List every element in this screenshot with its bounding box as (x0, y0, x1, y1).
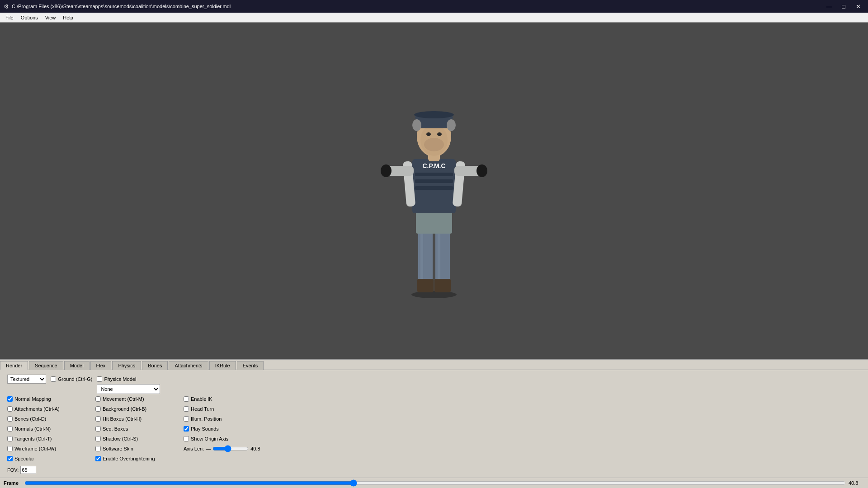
svg-text:C.P.M.C: C.P.M.C (422, 162, 445, 169)
overbrightening-label: Enable Overbrightening (103, 456, 155, 461)
originaxis-label: Show Origin Axis (191, 436, 228, 441)
tab-events[interactable]: Events (237, 361, 264, 370)
model-svg: C.P.M.C (344, 73, 524, 308)
render-mode-dropdown[interactable]: Textured Wireframe Flat Shaded (7, 375, 46, 384)
fov-label: FOV: (7, 467, 19, 473)
normals-label: Normals (Ctrl-N) (14, 426, 51, 432)
tab-attachments[interactable]: Attachments (169, 361, 208, 370)
svg-point-17 (381, 164, 392, 177)
bones-checkbox[interactable] (7, 416, 13, 422)
playsounds-row: Play Sounds (184, 424, 283, 433)
section-col-3: Enable IK Head Turn Illum. Position Play… (184, 394, 283, 474)
originaxis-row: Show Origin Axis (184, 434, 283, 443)
attachments-checkbox[interactable] (7, 406, 13, 412)
menu-help[interactable]: Help (59, 14, 77, 21)
attachments-label: Attachments (Ctrl-A) (14, 406, 60, 412)
svg-point-18 (476, 164, 487, 177)
illumposition-checkbox[interactable] (184, 416, 189, 422)
main-controls: Normal Mapping Attachments (Ctrl-A) Bone… (4, 394, 864, 475)
menu-file[interactable]: File (2, 14, 17, 21)
ground-label: Ground (Ctrl-G) (58, 376, 92, 382)
background-label: Background (Ctrl-B) (103, 406, 146, 412)
enableik-row: Enable IK (184, 394, 283, 404)
specular-row: Specular (7, 454, 91, 463)
frame-value: 40.8 (849, 480, 864, 486)
tangents-row: Tangents (Ctrl-T) (7, 434, 91, 443)
svg-point-26 (447, 119, 456, 131)
axis-len-slider[interactable] (212, 446, 249, 452)
svg-point-29 (424, 138, 444, 151)
shadow-checkbox[interactable] (95, 436, 101, 441)
render-dropdown-row: Textured Wireframe Flat Shaded (7, 375, 46, 384)
illumposition-label: Illum. Position (191, 416, 222, 422)
tangents-checkbox[interactable] (7, 436, 13, 441)
softwareskin-label: Software Skin (103, 446, 133, 451)
frame-label: Frame (4, 480, 22, 486)
tab-flex[interactable]: Flex (90, 361, 112, 370)
title-bar-controls: — □ ✕ (823, 1, 864, 11)
svg-rect-10 (415, 179, 453, 183)
maximize-button[interactable]: □ (837, 1, 850, 11)
normal-mapping-checkbox[interactable] (7, 396, 13, 402)
menu-options[interactable]: Options (17, 14, 42, 21)
title-bar-left: ⚙ C:\Program Files (x86)\Steam\steamapps… (4, 3, 231, 10)
tangents-label: Tangents (Ctrl-T) (14, 436, 52, 441)
tab-render[interactable]: Render (0, 361, 28, 370)
svg-rect-4 (438, 227, 440, 286)
wireframe-checkbox[interactable] (7, 446, 13, 451)
softwareskin-row: Software Skin (95, 444, 179, 453)
normals-checkbox[interactable] (7, 426, 13, 432)
frame-slider[interactable] (24, 480, 846, 486)
col1-top: Textured Wireframe Flat Shaded (7, 375, 46, 394)
svg-rect-6 (434, 279, 451, 292)
seqboxes-label: Seq. Boxes (103, 426, 128, 432)
physics-model-checkbox[interactable] (97, 376, 102, 382)
menu-view[interactable]: View (42, 14, 60, 21)
physics-model-row: Physics Model (97, 375, 160, 384)
playsounds-checkbox[interactable] (184, 426, 189, 432)
svg-rect-1 (418, 227, 433, 286)
background-checkbox[interactable] (95, 406, 101, 412)
originaxis-checkbox[interactable] (184, 436, 189, 441)
illumposition-row: Illum. Position (184, 414, 283, 423)
axis-len-row: Axis Len: — 40.8 (184, 446, 283, 452)
specular-checkbox[interactable] (7, 456, 13, 461)
hitboxes-row: Hit Boxes (Ctrl-H) (95, 414, 179, 423)
tab-physics[interactable]: Physics (112, 361, 141, 370)
playsounds-label: Play Sounds (191, 426, 219, 432)
seqboxes-checkbox[interactable] (95, 426, 101, 432)
minimize-button[interactable]: — (823, 1, 835, 11)
softwareskin-checkbox[interactable] (95, 446, 101, 451)
hitboxes-checkbox[interactable] (95, 416, 101, 422)
tab-ikrule[interactable]: IKRule (209, 361, 236, 370)
overbrightening-row: Enable Overbrightening (95, 454, 179, 463)
svg-rect-9 (415, 173, 453, 176)
fov-input[interactable] (20, 466, 36, 474)
specular-label: Specular (14, 456, 34, 461)
physics-none-dropdown[interactable]: None (97, 384, 160, 394)
close-button[interactable]: ✕ (852, 1, 864, 11)
app-icon: ⚙ (4, 3, 9, 10)
tab-sequence[interactable]: Sequence (29, 361, 63, 370)
tab-bones[interactable]: Bones (142, 361, 168, 370)
headturn-label: Head Turn (191, 406, 214, 412)
seqboxes-row: Seq. Boxes (95, 424, 179, 433)
movement-checkbox[interactable] (95, 396, 101, 402)
ground-checkbox[interactable] (51, 376, 56, 382)
viewport[interactable]: C.P.M.C (0, 23, 868, 359)
ground-row: Ground (Ctrl-G) (51, 375, 92, 384)
headturn-checkbox[interactable] (184, 406, 189, 412)
svg-point-25 (412, 119, 421, 131)
enableik-checkbox[interactable] (184, 396, 189, 402)
col3-top: Physics Model None (97, 375, 160, 394)
tab-model[interactable]: Model (64, 361, 90, 370)
overbrightening-checkbox[interactable] (95, 456, 101, 461)
movement-label: Movement (Ctrl-M) (103, 396, 144, 402)
shadow-row: Shadow (Ctrl-S) (95, 434, 179, 443)
svg-point-27 (426, 132, 431, 136)
title-bar: ⚙ C:\Program Files (x86)\Steam\steamapps… (0, 0, 868, 13)
enableik-label: Enable IK (191, 396, 212, 402)
normals-row: Normals (Ctrl-N) (7, 424, 91, 433)
axis-len-label: Axis Len: (184, 446, 204, 451)
axis-len-value: 40.8 (250, 446, 260, 451)
